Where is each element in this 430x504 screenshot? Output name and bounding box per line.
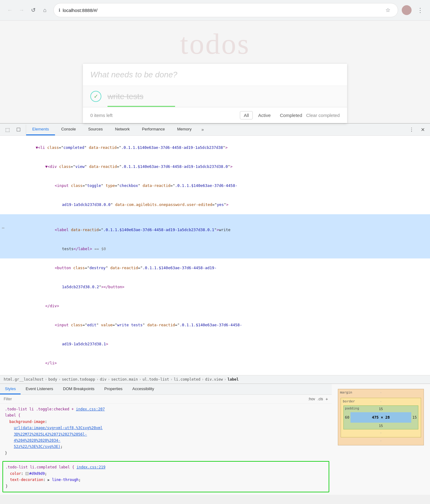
url-input[interactable] (63, 8, 381, 13)
breadcrumb-li-completed[interactable]: li.completed (174, 377, 201, 382)
cls-button[interactable]: .cls (318, 397, 323, 401)
css-selector: .todo-list li .toggle:checked + (5, 407, 74, 411)
hov-button[interactable]: :hov (308, 397, 315, 401)
tab-memory[interactable]: Memory (171, 124, 198, 135)
forward-button[interactable]: → (17, 5, 26, 15)
html-line-selected[interactable]: … <label data-reactid=".0.1.1.$140e63ae-… (0, 214, 430, 239)
clear-completed-button[interactable]: Clear completed (306, 113, 340, 118)
breadcrumb-html[interactable]: html.gr__localhost (4, 377, 44, 382)
todo-input-placeholder: What needs to be done? (90, 70, 177, 79)
items-left: 0 items left (90, 113, 240, 118)
nav-buttons: ← → ↺ ⌂ (5, 5, 50, 15)
tab-console[interactable]: Console (55, 124, 82, 135)
sub-tab-accessibility[interactable]: Accessibility (127, 384, 159, 394)
todo-input-area[interactable]: What needs to be done? (83, 64, 347, 86)
border-top-val: - (380, 399, 382, 403)
home-button[interactable]: ⌂ (40, 5, 50, 15)
css-selector-label: label { (5, 413, 21, 417)
html-line[interactable]: </div> (0, 297, 430, 316)
box-model-container: margin - border - padding 15 60 (338, 389, 424, 445)
element-picker-icon[interactable]: ⬚ (2, 125, 12, 134)
breadcrumb-div-view[interactable]: div.view (205, 377, 223, 382)
add-style-button[interactable]: + (326, 397, 328, 401)
html-line[interactable]: ad19-1a5dcb237d38.1> (0, 335, 430, 354)
todo-checkbox[interactable]: ✓ (90, 91, 101, 102)
padding-left-val: 60 (345, 415, 349, 420)
breadcrumb-section-main[interactable]: section.main (111, 377, 138, 382)
devtools-tabs: Elements Console Sources Network Perform… (26, 124, 207, 135)
padding-sides: 60 475 × 28 15 (345, 412, 417, 423)
box-model-panel: margin - border - padding 15 60 (332, 384, 430, 495)
html-line[interactable]: ▼<li class="completed" data-reactid=".0.… (0, 138, 430, 157)
styles-filter-input[interactable] (4, 397, 306, 401)
html-line[interactable]: <button class="destroy" data-reactid=".0… (0, 258, 430, 277)
padding-bottom-val: 15 (345, 424, 417, 428)
reload-button[interactable]: ↺ (28, 5, 38, 15)
content-box: 475 × 28 (350, 412, 411, 423)
css-selector-completed: .todo-list li.completed label { (6, 465, 74, 469)
css-url-cont2[interactable]: 4%204%2020%2020%2034- (14, 438, 61, 443)
margin-top-val: - (380, 390, 382, 394)
css-prop-color: color (10, 471, 21, 476)
devtools-close-button[interactable]: ✕ (418, 125, 428, 134)
filter-completed[interactable]: Completed (276, 111, 306, 119)
breadcrumb-body[interactable]: body (48, 377, 57, 382)
css-rule-highlighted: .todo-list li.completed label { index.cs… (2, 461, 329, 492)
css-url-cont1[interactable]: 3D%22M72%2025L42%2071%2027%2056l- (14, 432, 87, 436)
sub-tab-dom-breakpoints[interactable]: DOM Breakpoints (58, 384, 100, 394)
profile-avatar (402, 5, 412, 15)
html-line[interactable]: 1a5dcb237d38.0.2"></button> (0, 277, 430, 297)
todo-underline (108, 106, 175, 107)
todo-item-text: write tests (108, 92, 143, 101)
devtools-close-area: ⋮ ✕ (407, 125, 430, 134)
breadcrumb-div[interactable]: div (100, 377, 107, 382)
html-line[interactable]: <input class="edit" value="write tests" … (0, 316, 430, 335)
html-line[interactable]: <input class="toggle" type="checkbox" da… (0, 176, 430, 195)
css-link-1[interactable]: index.css:207 (76, 407, 105, 411)
todo-app-area: todos What needs to be done? ✓ write tes… (0, 21, 430, 123)
more-options-button[interactable]: ⋮ (415, 5, 425, 15)
css-value-textdecoration: line-through (52, 478, 79, 482)
styles-sub-tabs: Styles Event Listeners DOM Breakpoints P… (0, 384, 332, 395)
css-brace-close2: } (6, 484, 8, 488)
sub-tab-styles[interactable]: Styles (0, 384, 21, 394)
mobile-icon[interactable]: ☐ (14, 125, 23, 134)
back-button[interactable]: ← (5, 5, 15, 15)
tab-elements[interactable]: Elements (26, 124, 55, 135)
css-brace-close: } (5, 451, 7, 455)
address-bar[interactable]: ℹ ☆ (53, 3, 398, 17)
html-line[interactable]: ▼<div class="view" data-reactid=".0.1.1.… (0, 157, 430, 176)
bookmark-button[interactable]: ☆ (383, 5, 393, 15)
css-rule-1: .todo-list li .toggle:checked + index.cs… (0, 404, 332, 459)
breadcrumb-ul-todo-list[interactable]: ul.todo-list (143, 377, 169, 382)
styles-panel: Styles Event Listeners DOM Breakpoints P… (0, 384, 332, 495)
todo-container: What needs to be done? ✓ write tests 0 i… (83, 64, 347, 123)
more-tabs-button[interactable]: » (198, 124, 208, 135)
styles-filter-bar: :hov .cls + (0, 395, 332, 404)
todo-item: ✓ write tests (83, 86, 347, 107)
sub-tab-properties[interactable]: Properties (100, 384, 127, 394)
css-url-cont3[interactable]: 52z%22/%3E%3C/svg%3E) (14, 444, 61, 449)
css-url[interactable]: url(data:image/svg+xml;utf8,%3Csvg%20xml (14, 426, 103, 430)
tab-sources[interactable]: Sources (82, 124, 109, 135)
margin-label: margin (340, 390, 352, 394)
css-link-2[interactable]: index.css:219 (76, 465, 105, 469)
devtools-toolbar: ⬚ ☐ Elements Console Sources Network Per… (0, 124, 430, 136)
margin-box: margin - border - padding 15 60 (338, 389, 424, 445)
css-property: background-image (9, 420, 45, 424)
devtools-more-options[interactable]: ⋮ (407, 125, 416, 134)
todo-app-title: todos (180, 27, 250, 61)
tab-network[interactable]: Network (109, 124, 136, 135)
breadcrumb-section-todoapp[interactable]: section.todoapp (62, 377, 95, 382)
html-line-selected-cont[interactable]: tests</label> == $0 (0, 239, 430, 258)
breadcrumb-bar: html.gr__localhost › body › section.todo… (0, 375, 430, 384)
padding-label: padding (345, 406, 359, 410)
sub-tab-event-listeners[interactable]: Event Listeners (21, 384, 58, 394)
html-line[interactable]: </li> (0, 354, 430, 373)
browser-chrome: ← → ↺ ⌂ ℹ ☆ ⋮ (0, 0, 430, 21)
breadcrumb-label[interactable]: label (228, 377, 239, 382)
html-line[interactable]: ad19-1a5dcb237d38.0.0" data-com.agilebit… (0, 195, 430, 214)
filter-active[interactable]: Active (254, 111, 275, 119)
tab-performance[interactable]: Performance (136, 124, 171, 135)
filter-all[interactable]: All (240, 111, 253, 119)
